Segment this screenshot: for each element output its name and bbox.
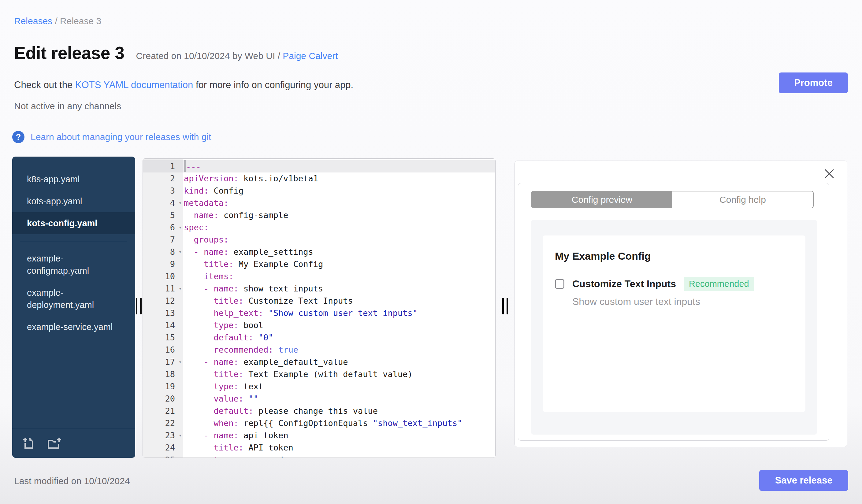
code-line-21[interactable]: default: please change this value bbox=[183, 405, 495, 417]
code-line-24[interactable]: title: API token bbox=[183, 442, 495, 454]
config-item-label: Customize Text Inputs bbox=[572, 278, 676, 290]
close-icon[interactable] bbox=[824, 168, 835, 179]
gutter-line-9[interactable]: 9 bbox=[143, 258, 183, 270]
save-release-button[interactable]: Save release bbox=[759, 470, 848, 491]
tab-config-help[interactable]: Config help bbox=[672, 191, 813, 208]
customize-text-inputs-checkbox[interactable] bbox=[555, 279, 564, 289]
editor-resize-handle[interactable] bbox=[502, 298, 508, 314]
config-card: My Example Config Customize Text Inputs … bbox=[543, 236, 806, 412]
gutter-line-25[interactable]: 25 bbox=[143, 454, 183, 458]
gutter-line-12[interactable]: 12 bbox=[143, 295, 183, 307]
fold-arrow-icon[interactable]: ▾ bbox=[179, 222, 182, 234]
code-line-10[interactable]: items: bbox=[183, 270, 495, 282]
code-line-25[interactable]: type: password bbox=[183, 454, 495, 457]
file-list-divider bbox=[20, 241, 127, 241]
promote-button[interactable]: Promote bbox=[779, 72, 848, 93]
new-file-icon[interactable] bbox=[22, 436, 36, 450]
gutter-line-15[interactable]: 15 bbox=[143, 332, 183, 344]
fold-arrow-icon[interactable]: ▾ bbox=[179, 197, 182, 209]
gutter-line-5[interactable]: 5 bbox=[143, 209, 183, 222]
code-line-7[interactable]: groups: bbox=[183, 234, 495, 246]
gutter-line-16[interactable]: 16 bbox=[143, 344, 183, 356]
breadcrumb: Releases / Release 3 bbox=[14, 16, 101, 26]
gutter-line-2[interactable]: 2 bbox=[143, 172, 183, 185]
gutter-line-6[interactable]: 6▾ bbox=[143, 222, 183, 234]
code-line-20[interactable]: value: "" bbox=[183, 393, 495, 405]
sidebar-file-kots-config.yaml[interactable]: kots-config.yaml bbox=[12, 212, 135, 234]
created-info: Created on 10/10/2024 by Web UI / Paige … bbox=[136, 51, 338, 61]
gutter-line-20[interactable]: 20 bbox=[143, 393, 183, 405]
code-line-23[interactable]: - name: api_token bbox=[183, 429, 495, 442]
file-sidebar: k8s-app.yamlkots-app.yamlkots-config.yam… bbox=[12, 157, 135, 458]
fold-arrow-icon[interactable]: ▾ bbox=[179, 246, 182, 258]
code-line-2[interactable]: apiVersion: kots.io/v1beta1 bbox=[183, 172, 495, 185]
code-line-14[interactable]: type: bool bbox=[183, 319, 495, 332]
gutter-line-1[interactable]: 1 bbox=[143, 160, 183, 172]
git-banner: ? Learn about managing your releases wit… bbox=[12, 131, 211, 143]
page-title: Edit release 3 bbox=[14, 43, 125, 63]
code-line-15[interactable]: default: "0" bbox=[183, 332, 495, 344]
author-link[interactable]: Paige Calvert bbox=[283, 51, 338, 61]
code-line-13[interactable]: help_text: "Show custom user text inputs… bbox=[183, 307, 495, 319]
question-mark-icon: ? bbox=[12, 131, 25, 143]
sidebar-file-kots-app.yaml[interactable]: kots-app.yaml bbox=[12, 190, 135, 212]
gutter-line-3[interactable]: 3 bbox=[143, 185, 183, 197]
config-item-row: Customize Text Inputs Recommended bbox=[555, 277, 793, 291]
code-line-6[interactable]: spec: bbox=[183, 222, 495, 234]
editor-code-area[interactable]: ---apiVersion: kots.io/v1beta1kind: Conf… bbox=[183, 159, 495, 457]
gutter-line-19[interactable]: 19 bbox=[143, 381, 183, 393]
recommended-badge: Recommended bbox=[684, 277, 754, 291]
fold-arrow-icon[interactable]: ▾ bbox=[179, 282, 182, 295]
last-modified-text: Last modified on 10/10/2024 bbox=[14, 476, 130, 486]
code-line-5[interactable]: name: config-sample bbox=[183, 209, 495, 222]
code-line-11[interactable]: - name: show_text_inputs bbox=[183, 282, 495, 295]
gutter-line-23[interactable]: 23▾ bbox=[143, 429, 183, 442]
tab-config-preview[interactable]: Config preview bbox=[532, 191, 672, 208]
gutter-line-22[interactable]: 22 bbox=[143, 417, 183, 429]
gutter-line-7[interactable]: 7 bbox=[143, 234, 183, 246]
fold-arrow-icon[interactable]: ▾ bbox=[179, 356, 182, 368]
yaml-editor[interactable]: 1234▾56▾78▾91011▾121314151617▾1819202122… bbox=[143, 158, 496, 458]
new-folder-icon[interactable] bbox=[47, 436, 62, 450]
gutter-line-18[interactable]: 18 bbox=[143, 368, 183, 381]
code-line-16[interactable]: recommended: true bbox=[183, 344, 495, 356]
code-line-12[interactable]: title: Customize Text Inputs bbox=[183, 295, 495, 307]
gutter-line-11[interactable]: 11▾ bbox=[143, 282, 183, 295]
gutter-line-21[interactable]: 21 bbox=[143, 405, 183, 417]
gutter-line-13[interactable]: 13 bbox=[143, 307, 183, 319]
text-cursor bbox=[184, 160, 186, 172]
code-line-17[interactable]: - name: example_default_value bbox=[183, 356, 495, 368]
gutter-line-10[interactable]: 10 bbox=[143, 270, 183, 282]
config-render-area: My Example Config Customize Text Inputs … bbox=[531, 220, 817, 435]
config-item-help-text: Show custom user text inputs bbox=[572, 296, 793, 307]
channel-status: Not active in any channels bbox=[14, 101, 121, 111]
code-line-9[interactable]: title: My Example Config bbox=[183, 258, 495, 270]
gutter-line-17[interactable]: 17▾ bbox=[143, 356, 183, 368]
code-line-8[interactable]: - name: example_settings bbox=[183, 246, 495, 258]
breadcrumb-releases-link[interactable]: Releases bbox=[14, 16, 52, 26]
sidebar-file-k8s-app.yaml[interactable]: k8s-app.yaml bbox=[12, 168, 135, 190]
code-line-3[interactable]: kind: Config bbox=[183, 185, 495, 197]
sidebar-file-example-deployment.yaml[interactable]: example-deployment.yaml bbox=[12, 282, 135, 316]
gutter-line-14[interactable]: 14 bbox=[143, 319, 183, 332]
config-preview-panel: Config preview Config help My Example Co… bbox=[514, 161, 847, 447]
sidebar-resize-handle[interactable] bbox=[136, 298, 142, 314]
code-line-19[interactable]: type: text bbox=[183, 381, 495, 393]
fold-arrow-icon[interactable]: ▾ bbox=[179, 429, 182, 442]
gutter-line-8[interactable]: 8▾ bbox=[143, 246, 183, 258]
sidebar-file-example-service.yaml[interactable]: example-service.yaml bbox=[12, 316, 135, 338]
kots-yaml-docs-link[interactable]: KOTS YAML documentation bbox=[75, 80, 193, 90]
release-editor-page: Releases / Release 3 Edit release 3 Crea… bbox=[0, 0, 862, 504]
code-line-18[interactable]: title: Text Example (with default value) bbox=[183, 368, 495, 381]
editor-gutter: 1234▾56▾78▾91011▾121314151617▾1819202122… bbox=[143, 159, 183, 457]
git-releases-link[interactable]: Learn about managing your releases with … bbox=[30, 132, 211, 142]
docs-line: Check out the KOTS YAML documentation fo… bbox=[14, 80, 353, 91]
gutter-line-4[interactable]: 4▾ bbox=[143, 197, 183, 209]
gutter-line-24[interactable]: 24 bbox=[143, 442, 183, 454]
sidebar-file-example-configmap.yaml[interactable]: example-configmap.yaml bbox=[12, 248, 135, 282]
code-line-22[interactable]: when: repl{{ ConfigOptionEquals "show_te… bbox=[183, 417, 495, 429]
code-line-4[interactable]: metadata: bbox=[183, 197, 495, 209]
docs-text-after: for more info on configuring your app. bbox=[193, 80, 353, 90]
code-line-1[interactable]: --- bbox=[183, 160, 495, 172]
sidebar-footer bbox=[12, 429, 135, 458]
